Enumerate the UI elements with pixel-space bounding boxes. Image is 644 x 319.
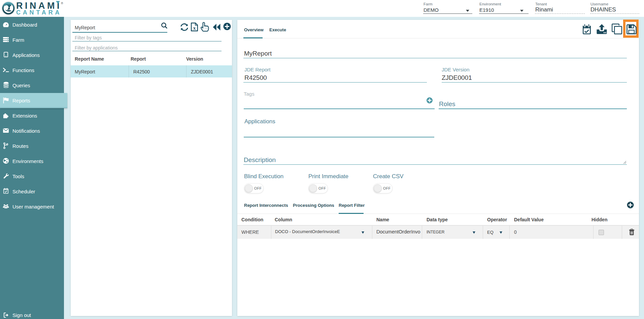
- svg-text:x: x: [193, 25, 196, 31]
